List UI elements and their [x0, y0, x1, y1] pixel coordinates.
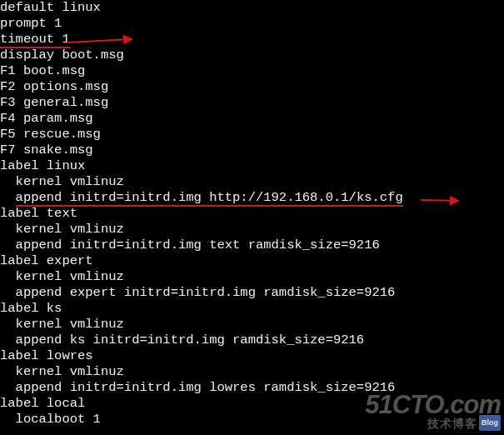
config-line: kernel vmlinuz — [0, 317, 504, 332]
config-line: kernel vmlinuz — [0, 174, 504, 190]
config-line: label lowres — [0, 348, 504, 364]
config-text: kernel vmlinuz — [0, 174, 124, 189]
config-text: kernel vmlinuz — [0, 317, 124, 332]
config-line: display boot.msg — [0, 48, 504, 63]
config-line: kernel vmlinuz — [0, 364, 504, 380]
config-line: append initrd=initrd.img lowres ramdisk_… — [0, 380, 504, 396]
config-text: timeout 1 — [0, 32, 70, 48]
config-line: label ks — [0, 301, 504, 317]
config-text: F5 rescue.msg — [0, 127, 101, 142]
config-text: default linux — [0, 0, 101, 15]
config-text: kernel vmlinuz — [0, 364, 124, 379]
config-line: F2 options.msg — [0, 79, 504, 95]
config-line: append initrd=initrd.img http://192.168.… — [0, 190, 504, 206]
config-line: prompt 1 — [0, 16, 504, 32]
config-line: label local — [0, 396, 504, 412]
config-text: label lowres — [0, 348, 93, 363]
config-line: label expert — [0, 253, 504, 269]
config-line: kernel vmlinuz — [0, 222, 504, 238]
config-line: label text — [0, 206, 504, 222]
config-text: append expert initrd=initrd.img ramdisk_… — [0, 285, 395, 300]
config-line: append ks initrd=initrd.img ramdisk_size… — [0, 332, 504, 348]
config-text: label ks — [0, 301, 62, 316]
config-line: F1 boot.msg — [0, 63, 504, 79]
config-text: F4 param.msg — [0, 111, 93, 126]
config-line: label linux — [0, 158, 504, 174]
config-line: F3 general.msg — [0, 95, 504, 111]
config-text: label expert — [0, 253, 93, 268]
config-text: label text — [0, 206, 77, 221]
config-text: F2 options.msg — [0, 79, 108, 94]
config-line: F7 snake.msg — [0, 142, 504, 158]
config-text: kernel vmlinuz — [0, 222, 124, 237]
terminal-output: default linuxprompt 1timeout 1display bo… — [0, 0, 504, 428]
config-text: F7 snake.msg — [0, 142, 93, 158]
config-line: timeout 1 — [0, 32, 504, 48]
config-line: append initrd=initrd.img text ramdisk_si… — [0, 238, 504, 253]
config-text: label local — [0, 396, 85, 411]
config-line: append expert initrd=initrd.img ramdisk_… — [0, 285, 504, 301]
config-text: F3 general.msg — [0, 95, 108, 110]
config-text: kernel vmlinuz — [0, 269, 124, 284]
config-line: localboot 1 — [0, 412, 504, 428]
config-text: F1 boot.msg — [0, 63, 85, 78]
config-text: label linux — [0, 158, 85, 173]
config-text: append initrd=initrd.img http://192.168.… — [16, 190, 403, 207]
config-text — [0, 190, 16, 205]
config-line: F4 param.msg — [0, 111, 504, 127]
config-text: localboot 1 — [0, 412, 101, 427]
config-line: F5 rescue.msg — [0, 127, 504, 142]
config-line: kernel vmlinuz — [0, 269, 504, 285]
config-line: default linux — [0, 0, 504, 16]
config-text: append initrd=initrd.img text ramdisk_si… — [0, 238, 380, 252]
config-text: append ks initrd=initrd.img ramdisk_size… — [0, 332, 364, 348]
config-text: display boot.msg — [0, 48, 124, 62]
config-text: prompt 1 — [0, 16, 62, 31]
config-text: append initrd=initrd.img lowres ramdisk_… — [0, 380, 395, 395]
